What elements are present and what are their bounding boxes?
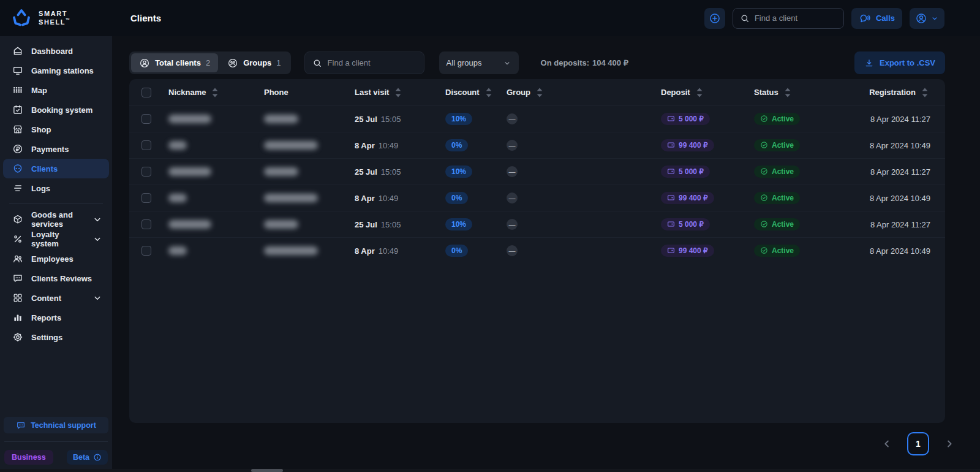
column-header-discount[interactable]: Discount <box>445 87 507 98</box>
chevron-down-icon <box>930 14 939 23</box>
column-header-registration[interactable]: Registration <box>864 87 930 98</box>
tab-count: 1 <box>276 58 281 67</box>
row-checkbox[interactable] <box>141 193 151 203</box>
sidebar-item-label: Goods and services <box>31 210 84 229</box>
row-checkbox[interactable] <box>141 219 151 229</box>
column-header-last-visit[interactable]: Last visit <box>355 87 445 98</box>
sidebar-item-shop[interactable]: Shop <box>3 120 109 139</box>
next-page-button[interactable] <box>944 438 955 449</box>
registration-cell: 8 Apr 2024 10:49 <box>864 194 930 203</box>
nickname-cell <box>168 141 264 150</box>
group-empty-badge: — <box>507 113 518 124</box>
column-header-nickname[interactable]: Nickname <box>168 87 264 98</box>
column-header-status[interactable]: Status <box>754 87 864 98</box>
tab-label: Groups <box>243 58 271 67</box>
tab-total-clients[interactable]: Total clients2 <box>131 53 218 72</box>
row-checkbox[interactable] <box>141 246 151 256</box>
sidebar-item-label: Logs <box>31 184 50 193</box>
account-menu-button[interactable] <box>910 8 944 29</box>
sort-icon <box>393 87 404 98</box>
table-row[interactable]: 8 Apr10:490%—99 400 ₽Active8 Apr 2024 10… <box>129 237 945 264</box>
sidebar-item-clients[interactable]: Clients <box>3 159 109 178</box>
export-csv-button[interactable]: Export to .CSV <box>854 51 945 74</box>
row-checkbox-cell <box>141 140 168 150</box>
table-row[interactable]: 8 Apr10:490%—99 400 ₽Active8 Apr 2024 10… <box>129 185 945 211</box>
select-all-checkbox[interactable] <box>141 88 151 97</box>
status-cell: Active <box>754 113 864 126</box>
chevron-down-icon <box>92 214 103 225</box>
deposit-amount: 99 400 ₽ <box>679 194 708 202</box>
sidebar-item-clients-reviews[interactable]: Clients Reviews <box>3 268 109 288</box>
table-row[interactable]: 25 Jul15:0510%—5 000 ₽Active8 Apr 2024 1… <box>129 211 945 237</box>
last-visit-time: 15:05 <box>381 115 401 124</box>
horizontal-scrollbar <box>0 469 980 472</box>
tab-groups[interactable]: Groups1 <box>219 53 288 72</box>
row-checkbox[interactable] <box>141 140 151 150</box>
status-label: Active <box>772 220 794 229</box>
deposit-badge: 5 000 ₽ <box>661 113 710 125</box>
status-label: Active <box>772 141 794 150</box>
global-search-input[interactable] <box>755 13 837 23</box>
sidebar-item-map[interactable]: Map <box>3 80 109 100</box>
current-page-button[interactable]: 1 <box>907 432 929 455</box>
last-visit-date: 25 Jul <box>355 220 377 229</box>
sort-icon <box>782 87 793 98</box>
sidebar-item-dashboard[interactable]: Dashboard <box>3 41 109 61</box>
topbar: SMART SHELL™ Clients Calls <box>0 0 980 36</box>
column-label: Discount <box>445 88 480 97</box>
deposit-amount: 5 000 ₽ <box>679 115 704 123</box>
last-visit-time: 10:49 <box>379 194 399 203</box>
smartshell-logo-icon <box>10 9 32 28</box>
table-row[interactable]: 25 Jul15:0510%—5 000 ₽Active8 Apr 2024 1… <box>129 105 945 132</box>
status-badge: Active <box>754 113 800 125</box>
table-search-input[interactable] <box>328 58 417 67</box>
table-client-search[interactable] <box>304 51 424 74</box>
sidebar-item-content[interactable]: Content <box>3 288 109 308</box>
calendar-icon <box>12 104 23 115</box>
calls-button[interactable]: Calls <box>851 8 902 29</box>
app-logo[interactable]: SMART SHELL™ <box>0 9 112 28</box>
global-client-search[interactable] <box>733 8 844 29</box>
group-cell: — <box>507 192 661 204</box>
table-row[interactable]: 25 Jul15:0510%—5 000 ₽Active8 Apr 2024 1… <box>129 158 945 185</box>
deposit-cell: 5 000 ₽ <box>661 166 754 178</box>
sidebar-item-settings[interactable]: Settings <box>3 327 109 347</box>
last-visit-cell: 8 Apr10:49 <box>355 192 445 204</box>
deposit-cell: 99 400 ₽ <box>661 139 754 152</box>
chat-icon <box>12 273 23 284</box>
row-checkbox[interactable] <box>141 114 151 124</box>
sidebar-item-payments[interactable]: Payments <box>3 139 109 159</box>
add-client-button[interactable] <box>704 8 725 29</box>
sidebar-item-employees[interactable]: Employees <box>3 249 109 268</box>
row-checkbox[interactable] <box>141 167 151 177</box>
phone-cell <box>264 141 355 150</box>
sidebar-item-goods-and-services[interactable]: Goods and services <box>3 210 109 229</box>
phone-blurred <box>264 194 318 202</box>
calls-icon <box>859 12 871 25</box>
registration-cell: 8 Apr 2024 10:49 <box>864 246 930 256</box>
main-content: Total clients2Groups1 All groups On depo… <box>112 36 980 472</box>
account-icon <box>915 12 927 25</box>
sidebar-item-booking-system[interactable]: Booking system <box>3 100 109 120</box>
sort-icon <box>919 87 930 98</box>
previous-page-button[interactable] <box>881 438 892 449</box>
sidebar-item-loyalty-system[interactable]: Loyalty system <box>3 229 109 249</box>
table-row[interactable]: 8 Apr10:490%—99 400 ₽Active8 Apr 2024 10… <box>129 132 945 158</box>
sort-icon <box>694 87 705 98</box>
row-checkbox-cell <box>141 219 168 229</box>
info-icon[interactable] <box>93 453 102 462</box>
technical-support-button[interactable]: Technical support <box>4 417 108 433</box>
deposit-badge: 5 000 ₽ <box>661 166 710 178</box>
sidebar-item-reports[interactable]: Reports <box>3 308 109 327</box>
sidebar-item-gaming-stations[interactable]: Gaming stations <box>3 61 109 80</box>
phone-cell <box>264 220 355 229</box>
chart-icon <box>12 312 23 323</box>
scrollbar-thumb[interactable] <box>251 469 283 472</box>
registration-cell: 8 Apr 2024 11:27 <box>864 115 930 124</box>
last-visit-cell: 25 Jul15:05 <box>355 219 445 230</box>
sidebar-item-logs[interactable]: Logs <box>3 178 109 198</box>
group-filter-select[interactable]: All groups <box>439 51 519 74</box>
column-header-group[interactable]: Group <box>507 87 661 98</box>
group-empty-badge: — <box>507 166 518 177</box>
column-header-deposit[interactable]: Deposit <box>661 87 754 98</box>
